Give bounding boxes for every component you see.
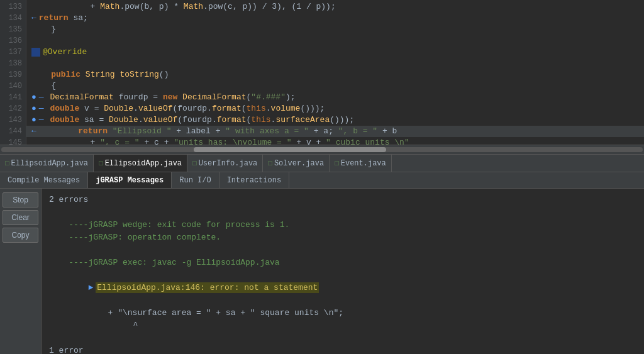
output-line-3: ----jGRASP wedge: exit code for process … <box>49 219 636 231</box>
panel-tab-runio-label: Run I/O <box>179 176 211 185</box>
code-lines: + Math.pow(b, p) * Math.pow(c, p)) / 3),… <box>26 0 644 145</box>
panel-tab-interactions[interactable]: Interactions <box>219 172 289 188</box>
tab-icon-5: □ <box>335 160 339 167</box>
stop-button[interactable]: Stop <box>3 192 38 207</box>
copy-button[interactable]: Copy <box>3 228 38 243</box>
scroll-track[interactable] <box>1 147 643 152</box>
tab-label-3: UserInfo.java <box>199 159 258 168</box>
tab-icon-1: □ <box>5 160 9 167</box>
file-tabs: □ EllipsoidApp.java □ EllipsoidApp.java … <box>0 155 644 172</box>
error-arrow-icon: ► <box>88 282 93 294</box>
tab-ellipsoidapp-2[interactable]: □ EllipsoidApp.java <box>94 155 187 172</box>
tab-icon-3: □ <box>192 160 197 167</box>
tab-solver[interactable]: □ Solver.java <box>263 155 330 172</box>
bottom-panel: Compile Messages jGRASP Messages Run I/O… <box>0 172 644 354</box>
output-line-7: ►EllipsoidApp.java:146: error: not a sta… <box>49 269 636 307</box>
panel-tab-runio[interactable]: Run I/O <box>172 172 219 188</box>
code-line-142: ● — double v = Double.valueOf(fourdp.for… <box>26 103 644 114</box>
code-line-145: + ", c = " + c + "units has: \nvolume = … <box>26 137 644 145</box>
output-line-1: 2 errors <box>49 194 636 206</box>
tab-label-2: EllipsoidApp.java <box>105 159 182 168</box>
output-line-6: ----jGRASP exec: javac -g EllipsoidApp.j… <box>49 257 636 269</box>
code-line-144: ← return "Ellipsoid " + label + " with a… <box>26 126 644 137</box>
code-line-139: public String toString() <box>26 69 644 80</box>
tab-userinfo[interactable]: □ UserInfo.java <box>187 155 263 172</box>
code-line-143: ● — double sa = Double.valueOf(fourdp.fo… <box>26 114 644 126</box>
code-line-133: + Math.pow(b, p) * Math.pow(c, p)) / 3),… <box>26 1 644 13</box>
output-area: 2 errors ----jGRASP wedge: exit code for… <box>42 189 644 354</box>
code-line-136 <box>26 35 644 47</box>
tab-label-4: Solver.java <box>274 159 324 168</box>
scroll-thumb[interactable] <box>194 147 386 152</box>
output-line-8: + "\nsurface area = " + sa + " square un… <box>49 307 636 319</box>
horizontal-scrollbar[interactable] <box>0 145 644 155</box>
panel-tab-jgrasp-label: jGRASP Messages <box>96 176 164 185</box>
panel-tab-jgrasp[interactable]: jGRASP Messages <box>88 172 172 188</box>
code-editor: 133 134 135 136 137 138 139 140 141 142 … <box>0 0 644 145</box>
output-line-2 <box>49 206 636 219</box>
tab-icon-4: □ <box>268 160 272 167</box>
clear-button[interactable]: Clear <box>3 210 38 225</box>
code-line-134: ← return sa; <box>26 13 644 24</box>
panel-tab-interactions-label: Interactions <box>227 176 281 185</box>
output-line-11: 1 error <box>49 345 636 354</box>
side-buttons: Stop Clear Copy <box>0 189 42 354</box>
output-line-4: ----jGRASP: operation complete. <box>49 231 636 244</box>
output-line-5 <box>49 244 636 257</box>
code-line-141: ● — DecimalFormat fourdp = new DecimalFo… <box>26 92 644 103</box>
panel-tab-compile[interactable]: Compile Messages <box>0 172 88 188</box>
bottom-main: Stop Clear Copy 2 errors ----jGRASP wedg… <box>0 189 644 354</box>
output-line-10 <box>49 332 636 345</box>
code-line-135: } <box>26 24 644 35</box>
tab-ellipsoidapp-1[interactable]: □ EllipsoidApp.java <box>0 155 94 172</box>
tab-label-1: EllipsoidApp.java <box>11 159 88 168</box>
code-line-138 <box>26 58 644 69</box>
code-line-140: { <box>26 80 644 92</box>
line-numbers: 133 134 135 136 137 138 139 140 141 142 … <box>0 0 26 145</box>
output-line-9: ^ <box>49 319 636 332</box>
tab-icon-2: □ <box>99 160 103 167</box>
panel-tab-compile-label: Compile Messages <box>8 176 80 185</box>
panel-tabs: Compile Messages jGRASP Messages Run I/O… <box>0 172 644 189</box>
tab-label-5: Event.java <box>341 159 386 168</box>
code-line-137: @Override <box>26 47 644 58</box>
tab-event[interactable]: □ Event.java <box>330 155 392 172</box>
